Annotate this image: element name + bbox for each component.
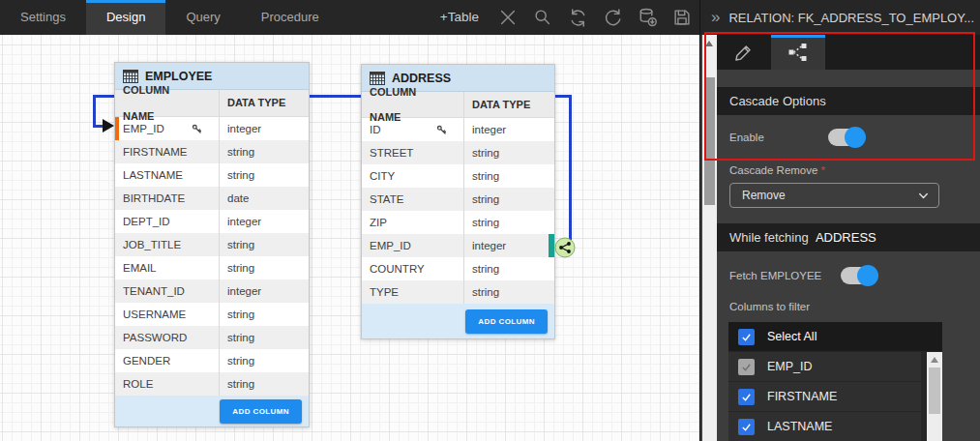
column-type: date <box>219 187 309 210</box>
column-type: string <box>219 163 309 187</box>
add-column-button[interactable]: ADD COLUMN <box>465 309 548 334</box>
table-row[interactable]: STATEstring <box>362 188 554 211</box>
table-row[interactable]: BIRTHDATEdate <box>115 187 309 210</box>
table-row[interactable]: EMP_ID integer <box>115 117 309 140</box>
select-all-row[interactable]: Select All <box>728 322 942 351</box>
close-icon[interactable] <box>496 6 520 29</box>
redo-icon[interactable] <box>601 6 624 29</box>
table-row[interactable]: ROLEstring <box>115 372 309 396</box>
tab-settings[interactable]: Settings <box>0 0 86 35</box>
column-name: EMP_ID <box>362 234 463 257</box>
checkbox-checked[interactable] <box>738 329 755 345</box>
tab-design[interactable]: Design <box>86 0 165 35</box>
required-asterisk: * <box>820 164 824 176</box>
table-row[interactable]: FIRSTNAMEstring <box>115 140 309 163</box>
fetch-employee-toggle[interactable] <box>841 267 876 284</box>
relation-endpoint-icon[interactable] <box>554 237 576 258</box>
table-row[interactable]: CITYstring <box>362 164 554 188</box>
scrollbar-thumb[interactable] <box>929 368 940 414</box>
column-name: EMAIL <box>115 256 219 279</box>
column-filter-label: LASTNAME <box>767 420 832 433</box>
checkbox-checked[interactable] <box>738 419 755 435</box>
column-type: string <box>219 140 309 163</box>
column-name: ID <box>370 118 381 141</box>
table-row[interactable]: TENANT_IDinteger <box>115 279 309 303</box>
column-type: string <box>463 211 554 234</box>
table-row[interactable]: COUNTRYstring <box>362 257 554 280</box>
col-header-name: COLUMN NAME <box>115 90 219 116</box>
list-scrollbar[interactable] <box>927 352 942 441</box>
table-row[interactable]: EMAILstring <box>115 256 309 279</box>
cascade-options-header: Cascade Options <box>717 87 980 115</box>
column-name: GENDER <box>115 349 219 372</box>
column-type: string <box>219 256 309 279</box>
checkbox-disabled-checked <box>738 359 755 375</box>
column-type: integer <box>219 210 309 233</box>
tab-relation-options[interactable] <box>771 35 825 70</box>
column-type: string <box>219 349 309 372</box>
table-row[interactable]: LASTNAMEstring <box>115 163 309 187</box>
select-value: Remove <box>742 189 786 202</box>
checkbox-checked[interactable] <box>738 389 755 405</box>
panel-header: » RELATION: FK_ADDRESS_TO_EMPLOY... <box>700 0 980 35</box>
columns-to-filter-label: Columns to filter <box>729 301 810 312</box>
column-name: ZIP <box>362 211 463 234</box>
table-row[interactable]: STREETstring <box>362 141 554 164</box>
table-row[interactable]: JOB_TITLEstring <box>115 233 309 256</box>
table-row[interactable]: TYPEstring <box>362 280 554 304</box>
column-name: ROLE <box>115 372 219 396</box>
tab-edit-relation[interactable] <box>717 35 771 70</box>
collapse-panel-icon[interactable]: » <box>711 8 720 27</box>
scroll-up-arrow-icon[interactable] <box>931 357 938 363</box>
table-row[interactable]: GENDERstring <box>115 349 309 372</box>
column-type: integer <box>463 118 554 141</box>
relation-line-right <box>569 95 572 240</box>
toolbar-spacer <box>340 0 440 35</box>
table-row[interactable]: ID integer <box>362 118 554 141</box>
column-type: integer <box>463 234 554 257</box>
column-filter-row[interactable]: FIRSTNAME <box>728 382 921 411</box>
column-filter-row[interactable]: EMP_ID <box>728 352 921 381</box>
table-row[interactable]: DEPT_IDinteger <box>115 210 309 233</box>
select-all-label: Select All <box>767 330 817 343</box>
column-type: string <box>463 188 554 211</box>
col-header-type: DATA TYPE <box>219 90 309 116</box>
fetching-table-name: ADDRESS <box>816 230 876 245</box>
add-column-button[interactable]: ADD COLUMN <box>220 399 302 424</box>
add-table-button[interactable]: +Table <box>440 0 479 35</box>
column-filter-row[interactable]: LASTNAME <box>728 412 921 441</box>
table-row[interactable]: PASSWORDstring <box>115 326 309 349</box>
diagram-canvas[interactable]: EMPLOYEE COLUMN NAME DATA TYPE EMP_ID in… <box>0 35 699 441</box>
relation-line-left <box>93 95 96 128</box>
col-header-type: DATA TYPE <box>463 92 554 117</box>
column-name: DEPT_ID <box>115 210 219 233</box>
primary-key-icon <box>435 124 448 136</box>
tab-query[interactable]: Query <box>165 0 240 35</box>
column-type: string <box>219 372 309 396</box>
database-export-icon[interactable] <box>636 6 659 29</box>
enable-toggle[interactable] <box>828 129 864 146</box>
table-row[interactable]: USERNAMEstring <box>115 303 309 326</box>
tab-procedure[interactable]: Procedure <box>241 0 340 35</box>
column-type: string <box>463 280 554 304</box>
scrollbar-thumb[interactable] <box>704 77 715 205</box>
relation-arrowhead <box>103 119 114 132</box>
relation-properties-panel: » RELATION: FK_ADDRESS_TO_EMPLOY... Casc… <box>699 0 980 441</box>
table-employee[interactable]: EMPLOYEE COLUMN NAME DATA TYPE EMP_ID in… <box>114 62 310 427</box>
scroll-up-arrow-icon[interactable] <box>705 41 713 46</box>
column-name: BIRTHDATE <box>115 187 219 210</box>
table-row-foreign-key[interactable]: EMP_IDinteger <box>362 234 554 257</box>
panel-scrollbar[interactable] <box>702 35 717 441</box>
column-name: TYPE <box>362 280 463 304</box>
save-icon[interactable] <box>670 6 694 29</box>
column-headers: COLUMN NAME DATA TYPE <box>362 92 554 118</box>
search-icon[interactable] <box>531 6 554 29</box>
cascade-remove-select[interactable]: Remove <box>729 183 939 208</box>
table-row[interactable]: ZIPstring <box>362 211 554 234</box>
panel-tabs <box>717 35 980 70</box>
column-name: STATE <box>362 188 463 211</box>
sync-icon[interactable] <box>566 6 589 29</box>
top-toolbar: Settings Design Query Procedure +Table <box>0 0 699 35</box>
column-type: string <box>219 233 309 256</box>
table-address[interactable]: ADDRESS COLUMN NAME DATA TYPE ID integer… <box>361 64 555 339</box>
